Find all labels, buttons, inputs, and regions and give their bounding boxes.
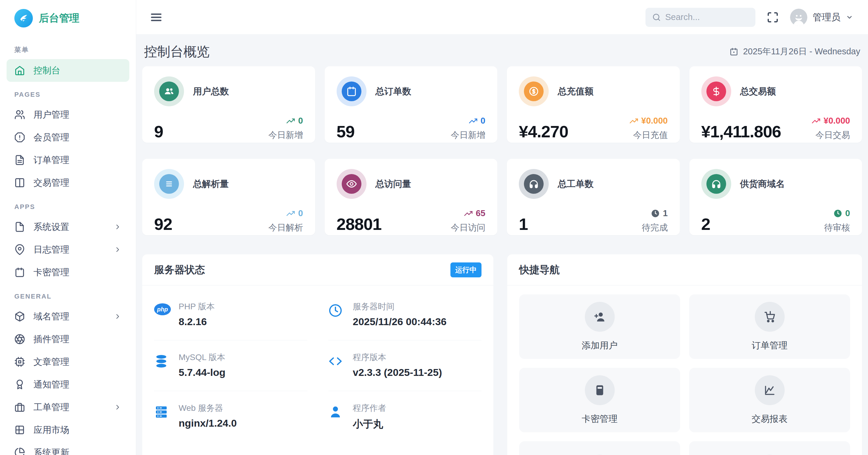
- quick-nav-tile-card-keys[interactable]: 卡密管理: [519, 368, 680, 432]
- list-icon: [159, 174, 179, 194]
- php-icon: php: [154, 303, 170, 315]
- briefcase-icon: [14, 402, 25, 413]
- aperture-icon: [14, 334, 25, 345]
- quick-nav-tile-order-manage[interactable]: 订单管理: [689, 294, 850, 359]
- sidebar-item-notices[interactable]: 通知管理: [7, 373, 129, 396]
- stat-card-bottom: 92 0 今日解析: [154, 208, 303, 234]
- server-status-item: 程序版本 v2.3.3 (2025-11-25): [328, 340, 482, 391]
- trend-label: 今日解析: [269, 222, 303, 234]
- server-icon: [154, 405, 170, 419]
- search-icon: [652, 13, 661, 22]
- eye-icon: [342, 174, 362, 194]
- clock-icon: [328, 303, 344, 318]
- stat-label: 供货商域名: [740, 178, 785, 190]
- page-title: 控制台概览: [144, 43, 210, 61]
- cpu-icon: [14, 356, 25, 367]
- stat-card-top: 总工单数: [519, 169, 668, 199]
- stat-ring: [337, 169, 367, 199]
- quick-nav-tile-trade-report[interactable]: 交易报表: [689, 368, 850, 432]
- sidebar-item-domains[interactable]: 域名管理: [7, 305, 129, 328]
- sidebar-item-articles[interactable]: 文章管理: [7, 351, 129, 373]
- package-icon: [14, 311, 25, 322]
- search-box[interactable]: [646, 8, 755, 27]
- cart-icon: [755, 302, 785, 332]
- sidebar-item-label: 通知管理: [33, 379, 122, 391]
- server-status-title: 服务器状态: [154, 263, 205, 277]
- menu-toggle-icon[interactable]: [149, 10, 163, 24]
- user-menu[interactable]: 管理员: [790, 9, 853, 26]
- pie-chart-icon: [14, 447, 25, 455]
- user-plus-icon: [585, 302, 615, 332]
- calendar-icon: [730, 47, 738, 56]
- sidebar-item-label: 订单管理: [33, 154, 122, 166]
- stat-card-total-tickets: 总工单数 1 1 待完成: [507, 159, 680, 235]
- stat-trend: ¥0.000 今日充值: [629, 116, 668, 141]
- sidebar-item-tickets[interactable]: 工单管理: [7, 396, 129, 419]
- trending-up-icon: [469, 117, 477, 125]
- trending-up-icon: [286, 209, 295, 218]
- server-item-label: PHP 版本: [179, 301, 215, 312]
- stat-trend: 0 今日新增: [451, 116, 485, 141]
- sidebar-item-orders[interactable]: 订单管理: [7, 149, 129, 171]
- sidebar-item-system-update[interactable]: 系统更新: [7, 441, 129, 455]
- stat-ring: [519, 169, 549, 199]
- chevron-right-icon: [114, 403, 122, 411]
- stat-ring: [337, 76, 367, 106]
- quick-nav-tile-label: 卡密管理: [582, 413, 618, 425]
- stat-card-total-visits: 总访问量 28801 65 今日访问: [325, 159, 498, 235]
- stat-value: ¥1,411.806: [701, 122, 781, 141]
- stat-value: 1: [519, 214, 528, 234]
- brand[interactable]: 后台管理: [7, 0, 129, 36]
- stat-value: 92: [154, 214, 172, 234]
- clock-fill-icon: [833, 209, 842, 218]
- sidebar: 后台管理 菜单 控制台 PAGES 用户管理 会员管理 订单管理 交易管理 AP…: [0, 0, 136, 455]
- quick-nav-tile-add-user[interactable]: 添加用户: [519, 294, 680, 359]
- users-icon: [14, 109, 25, 120]
- stat-trend: ¥0.000 今日交易: [811, 116, 850, 141]
- sidebar-item-card-keys[interactable]: 卡密管理: [7, 261, 129, 284]
- trend-label: 待审核: [824, 222, 850, 234]
- trend-value: 0: [298, 208, 303, 218]
- trend-label: 今日访问: [451, 222, 485, 234]
- page-head: 控制台概览 2025年11月26日 - Wednesday: [142, 37, 862, 66]
- stat-label: 总工单数: [558, 178, 593, 190]
- stat-ring: [154, 76, 184, 106]
- sidebar-item-logs[interactable]: 日志管理: [7, 238, 129, 261]
- server-status-item: 程序作者 小于丸: [328, 391, 482, 444]
- trend-value: 1: [663, 208, 668, 218]
- quick-nav-tiles: 添加用户 订单管理 卡密管理 交易报表: [507, 285, 862, 455]
- sidebar-item-users[interactable]: 用户管理: [7, 103, 129, 126]
- stat-ring: [701, 169, 731, 199]
- calendar-icon: [342, 82, 362, 101]
- sidebar-item-console[interactable]: 控制台: [7, 59, 129, 82]
- sidebar-menu: 菜单 控制台 PAGES 用户管理 会员管理 订单管理 交易管理 APPS 系统…: [7, 36, 129, 455]
- sidebar-item-label: 用户管理: [33, 109, 122, 121]
- stat-card-top: 总充值额: [519, 76, 668, 106]
- fullscreen-icon[interactable]: [767, 11, 779, 23]
- sidebar-item-system-settings[interactable]: 系统设置: [7, 216, 129, 238]
- trending-up-icon: [464, 209, 473, 218]
- stat-label: 总访问量: [375, 178, 411, 190]
- server-item-value: nginx/1.24.0: [179, 417, 237, 429]
- quick-nav-tile-document[interactable]: [689, 441, 850, 455]
- stat-ring: [519, 76, 549, 106]
- stat-trend: 65 今日访问: [451, 208, 485, 234]
- trend-label: 今日新增: [269, 129, 303, 141]
- server-status-item: Web 服务器 nginx/1.24.0: [154, 391, 307, 444]
- file-text-icon: [14, 155, 25, 165]
- server-status-item: 版本更新 已是最新版本: [154, 444, 307, 455]
- sidebar-item-label: 交易管理: [33, 177, 122, 189]
- stat-label: 用户总数: [193, 86, 229, 98]
- stat-ring: [154, 169, 184, 199]
- dollar-icon: [706, 82, 726, 101]
- quick-nav-tile-settings[interactable]: [519, 441, 680, 455]
- headphones-icon: [706, 174, 726, 194]
- sidebar-item-plugins[interactable]: 插件管理: [7, 328, 129, 351]
- quick-nav-header: 快捷导航: [507, 254, 862, 285]
- sidebar-item-trades[interactable]: 交易管理: [7, 171, 129, 194]
- sidebar-item-app-market[interactable]: 应用市场: [7, 419, 129, 441]
- stat-trend: 1 待完成: [642, 208, 668, 234]
- sidebar-item-members[interactable]: 会员管理: [7, 126, 129, 149]
- search-input[interactable]: [665, 12, 749, 22]
- map-pin-icon: [14, 244, 25, 255]
